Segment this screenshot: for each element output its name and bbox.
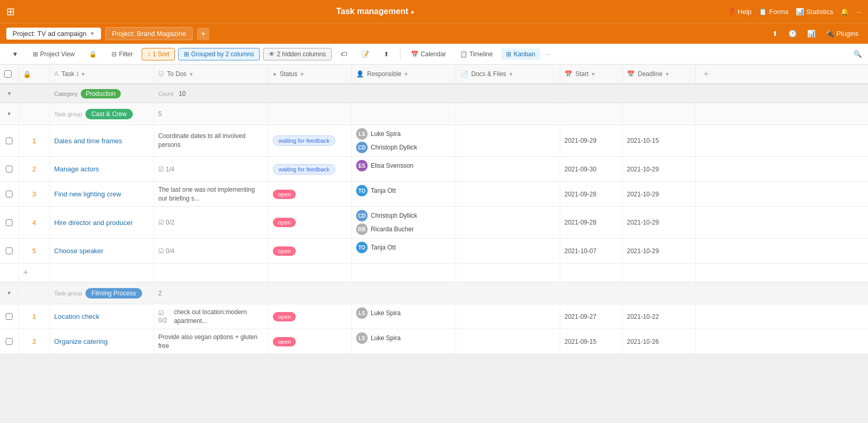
docs-cell — [456, 207, 560, 238]
tab-tv-campaign[interactable]: Project: TV ad campaign ▼ — [6, 28, 101, 40]
col-checkbox[interactable] — [0, 65, 19, 83]
task-name-cell[interactable]: Find new lighting crew — [50, 182, 154, 206]
category-count: Count 10 — [154, 90, 269, 97]
start-sort-arrow[interactable]: ▼ — [590, 71, 596, 77]
table-row: 1 Location check ☑ 0/2 check out locatio… — [0, 304, 868, 329]
top-nav: ⊞ Task management ● ❓ Help 📋 Forms 📊 Sta… — [0, 0, 868, 23]
more-views-btn[interactable]: ··· — [544, 48, 553, 60]
help-btn[interactable]: ❓ Help — [727, 8, 752, 16]
task-sort-arrow[interactable]: ▼ — [81, 71, 86, 77]
task-name-cell[interactable]: Location check — [50, 304, 154, 329]
start-cell: 2021-09-30 — [560, 157, 623, 181]
avatar: LS — [356, 307, 368, 319]
lock-icon[interactable]: 🔒 — [83, 48, 103, 60]
view-toggle-btn[interactable]: ▼ — [6, 48, 24, 60]
calendar-icon: 📅 — [411, 51, 419, 58]
row-checkbox[interactable] — [0, 207, 19, 238]
docs-col-icon: 📄 — [460, 70, 468, 78]
start-cell: 2021-09-28 — [560, 207, 623, 238]
status-cell[interactable]: waiting for feedback — [269, 125, 352, 156]
task-name-cell[interactable]: Choose speaker — [50, 239, 154, 263]
hidden-cols-btn[interactable]: 👁 2 hidden columns — [263, 48, 332, 60]
avatar: TO — [356, 185, 368, 196]
task-name-cell[interactable]: Organize catering — [50, 329, 154, 354]
task-info-icon[interactable]: ℹ — [77, 71, 79, 78]
docs-sort-arrow[interactable]: ▼ — [508, 71, 513, 77]
notes-btn[interactable]: 📝 — [356, 48, 375, 60]
todos-sort-arrow[interactable]: ▼ — [188, 71, 194, 77]
status-cell[interactable]: open — [269, 329, 352, 354]
col-deadline: 📅 Deadline ▼ — [623, 65, 696, 83]
category-row: ▼ Category Production Count 10 — [0, 84, 868, 103]
plugins-btn[interactable]: 🔌 Plugins — [823, 29, 862, 39]
row-number: 5 — [19, 239, 50, 263]
avatar: LS — [356, 332, 368, 344]
status-cell[interactable]: open — [269, 304, 352, 329]
row-checkbox[interactable] — [0, 239, 19, 263]
col-start: 📅 Start ▼ — [560, 65, 623, 83]
table-row: 2 Organize catering Provide also vegan o… — [0, 329, 868, 354]
status-cell[interactable]: waiting for feedback — [269, 157, 352, 181]
search-btn[interactable]: 🔍 — [853, 50, 862, 58]
kanban-btn[interactable]: ⊞ Kanban — [501, 48, 540, 60]
resp-sort-arrow[interactable]: ▼ — [404, 71, 409, 77]
group-cast-chevron[interactable]: ▼ — [0, 103, 19, 125]
grouped-btn[interactable]: ⊞ Grouped by 2 columns — [178, 48, 260, 60]
user-chip: TO Tanja Ott — [356, 242, 396, 253]
start-cell: 2021-10-07 — [560, 239, 623, 263]
calendar-btn[interactable]: 📅 Calendar — [406, 48, 451, 60]
bell-icon[interactable]: 🔔 — [840, 8, 849, 16]
todo-cell: ☑ 0/2 check out location:modern apartmen… — [154, 304, 269, 329]
task-name-cell[interactable]: Manage actors — [50, 157, 154, 181]
share-btn[interactable]: ⬆ — [769, 29, 781, 39]
forms-btn[interactable]: 📋 Forms — [759, 8, 788, 16]
status-cell[interactable]: open — [269, 207, 352, 238]
timeline-btn[interactable]: 📋 Timeline — [455, 48, 498, 60]
tab-brand-magazine[interactable]: Project: Brand Magazine — [105, 27, 193, 40]
row-checkbox[interactable] — [0, 182, 19, 206]
add-task-btn-group1[interactable]: + — [19, 264, 50, 282]
sort-btn[interactable]: ↕ 1 Sort — [142, 48, 175, 60]
row-checkbox[interactable] — [0, 304, 19, 329]
table-row: 5 Choose speaker ☑ 0/4 open TO Tanja Ott… — [0, 239, 868, 264]
avatar: LS — [356, 128, 368, 140]
status-col-icon: ● — [273, 70, 276, 78]
responsible-cell: LS Luke Spira — [352, 329, 456, 354]
add-tab-btn[interactable]: + — [197, 28, 209, 40]
select-all-checkbox[interactable] — [4, 70, 11, 78]
status-cell[interactable]: open — [269, 239, 352, 263]
row-checkbox[interactable] — [0, 125, 19, 156]
deadline-sort-arrow[interactable]: ▼ — [664, 71, 670, 77]
group-cast-name: Task group Cast & Crew — [50, 103, 154, 125]
task-name-cell[interactable]: Dates and time frames — [50, 125, 154, 156]
info-icon: ● — [411, 8, 414, 16]
app-title: Task management ● — [23, 7, 727, 16]
add-col-btn[interactable]: + — [696, 65, 716, 83]
responsible-cell: LS Luke Spira — [352, 304, 456, 329]
status-sort-arrow[interactable]: ▼ — [299, 71, 305, 77]
excel-btn[interactable]: 📊 — [804, 29, 819, 39]
responsible-cell: TO Tanja Ott — [352, 182, 456, 206]
history-btn[interactable]: 🕐 — [785, 29, 800, 39]
row-checkbox[interactable] — [0, 329, 19, 354]
tab-dropdown-icon[interactable]: ▼ — [90, 31, 95, 36]
statistics-btn[interactable]: 📊 Statistics — [796, 8, 833, 16]
more-icon[interactable]: ··· — [856, 8, 862, 16]
category-chevron[interactable]: ▼ — [0, 91, 19, 96]
filter-btn[interactable]: ⊟ Filter — [106, 48, 139, 60]
project-view-btn[interactable]: ⊞ Project View — [27, 48, 80, 60]
avatar: CD — [356, 210, 368, 221]
share-view-btn[interactable]: ⬆ — [378, 48, 395, 60]
grid-icon[interactable]: ⊞ — [6, 5, 15, 18]
grid-view-icon: ⊞ — [33, 51, 38, 58]
user-chip: CD Christoph Dyllick — [356, 210, 417, 221]
row-checkbox[interactable] — [0, 157, 19, 181]
group-cast-spacer — [19, 103, 50, 125]
col-responsible: 👤 Responsible ▼ — [352, 65, 456, 83]
group-filming-chevron[interactable]: ▼ — [0, 282, 19, 304]
status-cell[interactable]: open — [269, 182, 352, 206]
task-name-cell[interactable]: Hire director and producer — [50, 207, 154, 238]
deadline-cell: 2021-10-29 — [623, 207, 696, 238]
label-btn[interactable]: 🏷 — [335, 48, 353, 60]
start-cell: 2021-09-29 — [560, 125, 623, 156]
